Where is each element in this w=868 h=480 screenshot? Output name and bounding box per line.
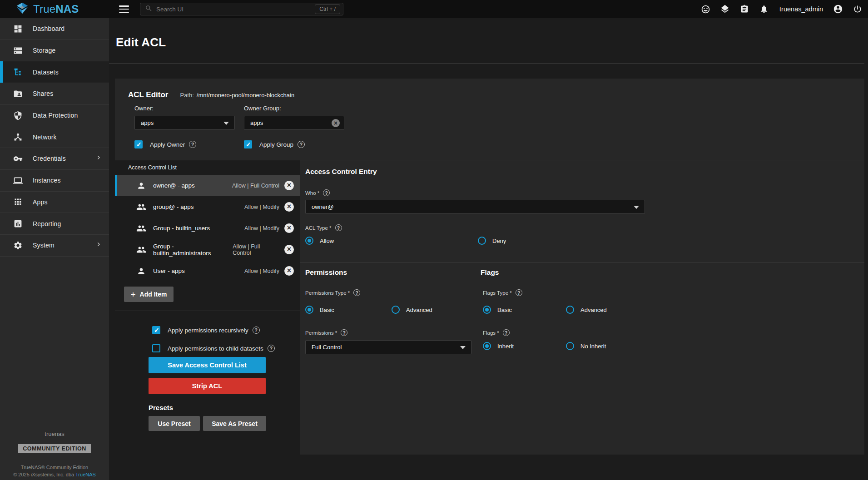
sidebar-nav: Dashboard Storage Datasets Shares Data P… bbox=[0, 18, 109, 480]
flags-type-advanced-radio[interactable]: Advanced bbox=[566, 306, 607, 314]
group-icon bbox=[136, 202, 146, 212]
sidebar-item-credentials[interactable]: Credentials bbox=[0, 148, 109, 170]
plus-icon: + bbox=[131, 290, 136, 299]
jobs-clipboard-icon[interactable] bbox=[739, 4, 749, 14]
acl-entry-row[interactable]: User - apps Allow | Modify bbox=[115, 260, 300, 282]
help-icon[interactable] bbox=[268, 345, 275, 352]
sidebar-item-reporting[interactable]: Reporting bbox=[0, 213, 109, 235]
clear-icon[interactable] bbox=[332, 119, 340, 127]
sidebar-item-storage[interactable]: Storage bbox=[0, 40, 109, 62]
account-circle-icon[interactable] bbox=[833, 4, 843, 14]
flags-inherit-radio[interactable]: Inherit bbox=[483, 342, 514, 350]
radio-icon bbox=[483, 342, 491, 350]
acl-entry-row[interactable]: owner@ - apps Allow | Full Control bbox=[115, 175, 300, 196]
add-item-button[interactable]: + Add Item bbox=[124, 287, 174, 302]
truecommand-icon[interactable] bbox=[720, 4, 730, 14]
owner-group-label: Owner Group: bbox=[244, 105, 344, 112]
instances-laptop-icon bbox=[13, 175, 23, 185]
truenas-logo[interactable]: TrueNAS bbox=[0, 1, 109, 17]
apply-group-checkbox[interactable] bbox=[244, 140, 252, 148]
help-icon[interactable] bbox=[516, 289, 522, 296]
alerts-bell-icon[interactable] bbox=[759, 4, 769, 14]
sidebar-item-shares[interactable]: Shares bbox=[0, 83, 109, 105]
acl-list-panel: Access Control List owner@ - apps Allow … bbox=[115, 160, 300, 455]
owner-group-input[interactable]: apps bbox=[244, 116, 344, 130]
chevron-right-icon bbox=[95, 154, 102, 163]
dashboard-icon bbox=[13, 24, 23, 34]
recursive-row: Apply permissions recursively bbox=[152, 326, 260, 334]
truenas-link[interactable]: TrueNAS bbox=[75, 472, 96, 477]
sidebar-item-apps[interactable]: Apps bbox=[0, 192, 109, 213]
logged-in-username: truenas_admin bbox=[779, 5, 823, 13]
apply-child-datasets-checkbox[interactable] bbox=[152, 344, 160, 352]
sidebar-item-datasets[interactable]: Datasets bbox=[0, 61, 109, 83]
person-icon bbox=[136, 181, 146, 191]
help-icon[interactable] bbox=[341, 329, 347, 336]
caret-down-icon bbox=[223, 122, 229, 125]
radio-icon bbox=[305, 306, 313, 314]
brand-text-true: True bbox=[33, 3, 55, 15]
search-input[interactable] bbox=[153, 6, 315, 13]
radio-icon bbox=[566, 342, 574, 350]
menu-toggle-icon[interactable] bbox=[119, 5, 129, 13]
help-icon[interactable] bbox=[503, 329, 510, 336]
acl-entry-row[interactable]: Group - builtin_users Allow | Modify bbox=[115, 218, 300, 239]
help-icon[interactable] bbox=[353, 289, 360, 296]
power-icon[interactable] bbox=[853, 4, 863, 14]
flags-radios: Inherit No Inherit bbox=[483, 342, 655, 352]
topbar-actions: truenas_admin bbox=[700, 0, 863, 18]
permissions-select[interactable]: Full Control bbox=[305, 340, 471, 354]
sidebar-item-dashboard[interactable]: Dashboard bbox=[0, 18, 109, 40]
who-select[interactable]: owner@ bbox=[305, 200, 645, 214]
sidebar-item-instances[interactable]: Instances bbox=[0, 170, 109, 192]
flags-label: Flags * bbox=[483, 329, 510, 336]
permissions-flags-section: Permissions Flags Permissions Type * Bas… bbox=[300, 262, 864, 455]
remove-entry-icon[interactable] bbox=[284, 223, 294, 233]
remove-entry-icon[interactable] bbox=[284, 266, 294, 276]
network-icon bbox=[13, 132, 23, 142]
permissions-type-basic-radio[interactable]: Basic bbox=[305, 306, 334, 314]
apply-recursively-checkbox[interactable] bbox=[152, 326, 160, 334]
owner-select[interactable]: apps bbox=[134, 116, 235, 130]
page-title: Edit ACL bbox=[116, 35, 166, 49]
help-icon[interactable] bbox=[335, 224, 342, 231]
use-preset-button[interactable]: Use Preset bbox=[149, 416, 200, 431]
acl-type-deny-radio[interactable]: Deny bbox=[478, 237, 506, 245]
permissions-type-advanced-radio[interactable]: Advanced bbox=[392, 306, 432, 314]
title-divider bbox=[109, 63, 864, 64]
remove-entry-icon[interactable] bbox=[284, 245, 294, 254]
sidebar-item-network[interactable]: Network bbox=[0, 126, 109, 148]
flags-no-inherit-radio[interactable]: No Inherit bbox=[566, 342, 606, 350]
search-shortcut-hint: Ctrl + / bbox=[315, 4, 340, 14]
strip-acl-button[interactable]: Strip ACL bbox=[149, 378, 266, 394]
sidebar-item-data-protection[interactable]: Data Protection bbox=[0, 105, 109, 127]
radio-icon bbox=[478, 237, 486, 245]
save-as-preset-button[interactable]: Save As Preset bbox=[203, 416, 266, 431]
feedback-smiley-icon[interactable] bbox=[700, 4, 710, 14]
remove-entry-icon[interactable] bbox=[284, 202, 294, 212]
flags-type-label: Flags Type * bbox=[483, 289, 522, 296]
help-icon[interactable] bbox=[298, 141, 305, 148]
save-acl-button[interactable]: Save Access Control List bbox=[149, 357, 266, 373]
radio-icon bbox=[305, 237, 313, 245]
help-icon[interactable] bbox=[253, 327, 260, 334]
editor-panels: Access Control List owner@ - apps Allow … bbox=[115, 160, 864, 455]
help-icon[interactable] bbox=[189, 141, 196, 148]
flags-type-basic-radio[interactable]: Basic bbox=[483, 306, 512, 314]
acl-editor-card: ACL Editor Path:/mnt/monero-pool/monero-… bbox=[115, 79, 864, 455]
sidebar-item-system[interactable]: System bbox=[0, 235, 109, 257]
remove-entry-icon[interactable] bbox=[284, 181, 294, 190]
caret-down-icon bbox=[460, 346, 466, 349]
acl-type-allow-radio[interactable]: Allow bbox=[305, 237, 334, 245]
acl-panel-divider bbox=[115, 311, 300, 311]
help-icon[interactable] bbox=[323, 189, 330, 196]
permissions-type-radios: Basic Advanced bbox=[305, 306, 478, 316]
person-icon bbox=[136, 266, 146, 276]
acl-entry-row[interactable]: group@ - apps Allow | Modify bbox=[115, 196, 300, 218]
apply-owner-checkbox[interactable] bbox=[134, 140, 143, 148]
acl-entry-row[interactable]: Group - builtin_administrators Allow | F… bbox=[115, 239, 300, 260]
presets-heading: Presets bbox=[149, 404, 173, 411]
search-icon bbox=[145, 5, 153, 14]
group-icon bbox=[136, 245, 146, 255]
radio-icon bbox=[483, 306, 491, 314]
